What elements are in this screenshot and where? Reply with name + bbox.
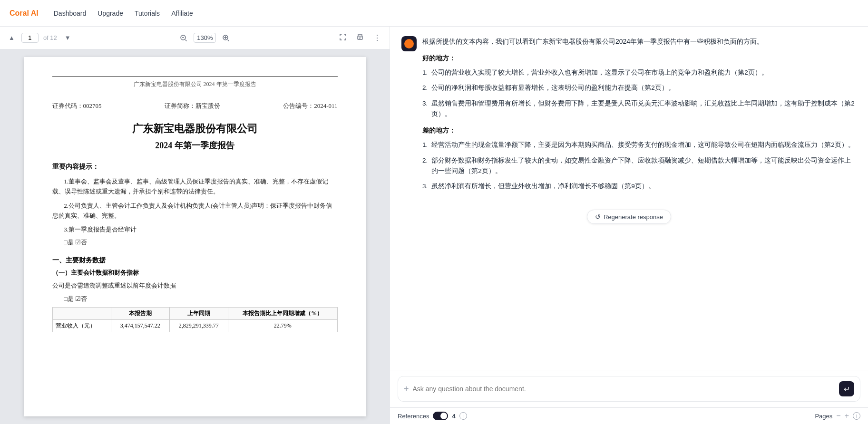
table-cell-current: 3,474,157,547.22: [111, 319, 169, 332]
message-intro: 根据所提供的文本内容，我们可以看到广东新宝电器股份有限公司2024年第一季度报告…: [422, 36, 857, 47]
pages-info-icon[interactable]: i: [853, 412, 860, 420]
regenerate-area: ↺ Regenerate response: [401, 206, 857, 228]
nav-tutorials[interactable]: Tutorials: [135, 10, 160, 17]
zoom-out-button[interactable]: [177, 33, 190, 43]
pdf-meta-code: 证券代码：002705: [52, 102, 102, 110]
pages-minus-button[interactable]: −: [836, 412, 840, 420]
nav-upgrade[interactable]: Upgrade: [98, 10, 123, 17]
ai-message: 根据所提供的文本内容，我们可以看到广东新宝电器股份有限公司2024年第一季度报告…: [401, 36, 857, 196]
bad-items-list: 1. 经营活动产生的现金流量净额下降，主要是因为本期购买商品、接受劳务支付的现金…: [422, 140, 857, 192]
bad-item-2: 部分财务数据和财务指标发生了较大的变动，如交易性金融资产下降、应收款项融资减少、…: [431, 155, 857, 177]
bad-section-title: 差的地方：: [422, 125, 857, 136]
good-item-2: 公司的净利润和每股收益都有显著增长，这表明公司的盈利能力在提高（第2页）。: [431, 83, 675, 93]
list-item: 2. 部分财务数据和财务指标发生了较大的变动，如交易性金融资产下降、应收款项融资…: [422, 155, 857, 177]
pdf-content: 广东新宝电器股份有限公司 2024 年第一季度报告 证券代码：002705 证券…: [0, 49, 390, 424]
list-item: 2. 公司的净利润和每股收益都有显著增长，这表明公司的盈利能力在提高（第2页）。: [422, 83, 857, 93]
pdf-table-note: 公司是否需追溯调整或重述以前年度会计数据: [52, 281, 338, 291]
nav-dashboard[interactable]: Dashboard: [54, 10, 87, 17]
bad-item-3: 虽然净利润有所增长，但营业外收出增加，净利润增长不够稳固（第9页）。: [431, 181, 655, 192]
good-items-list: 1. 公司的营业收入实现了较大增长，营业外收入也有所增加，这显示了公司在市场上的…: [422, 67, 857, 119]
pages-section: Pages − + i: [815, 412, 860, 420]
chat-input[interactable]: [413, 385, 835, 393]
table-header-2: 上年同期: [169, 307, 228, 319]
top-nav: Coral AI Dashboard Upgrade Tutorials Aff…: [0, 0, 868, 27]
table-header-3: 本报告期比上年同期增减（%）: [228, 307, 337, 319]
zoom-in-button[interactable]: [220, 33, 232, 43]
ref-count: 4: [452, 413, 455, 420]
chat-area: 根据所提供的文本内容，我们可以看到广东新宝电器股份有限公司2024年第一季度报告…: [390, 27, 868, 370]
prev-page-button[interactable]: ▲: [6, 32, 18, 43]
more-options-button[interactable]: ⋮: [371, 31, 384, 44]
pdf-para1: 1.董事会、监事会及董事、监事、高级管理人员保证季度报告的真实、准确、完整，不存…: [52, 177, 338, 197]
pdf-meta-abbr: 证券简称：新宝股份: [165, 102, 220, 110]
toggle-knob: [440, 413, 447, 419]
chat-input-area: + ↵: [390, 370, 868, 407]
pages-label: Pages: [815, 413, 832, 420]
fullscreen-button[interactable]: [336, 31, 350, 45]
pdf-para2: 2.公司负责人、主管会计工作负责人及会计机构负责人(会计主管人员)声明：保证季度…: [52, 201, 338, 222]
good-section-title: 好的地方：: [422, 53, 857, 64]
references-label: References: [398, 413, 429, 420]
nav-affiliate[interactable]: Affiliate: [171, 10, 193, 17]
pdf-checkbox1: □是 ☑否: [64, 239, 338, 247]
pdf-section1: 一、主要财务数据: [52, 256, 338, 265]
ai-avatar: [401, 36, 417, 51]
good-item-3: 虽然销售费用和管理费用有所增长，但财务费用下降，主要是受人民币兑美元汇率波动影响…: [431, 98, 857, 120]
zoom-level[interactable]: 130%: [194, 33, 216, 43]
references-info-icon[interactable]: i: [459, 412, 467, 420]
pdf-header: 广东新宝电器股份有限公司 2024 年第一季度报告: [52, 76, 338, 92]
page-separator: of 12: [43, 34, 57, 41]
pdf-important-title: 重要内容提示：: [52, 163, 338, 171]
table-cell-change: 22.79%: [228, 319, 337, 332]
next-page-button[interactable]: ▼: [62, 32, 74, 43]
print-button[interactable]: [353, 31, 367, 45]
attach-button[interactable]: +: [404, 385, 409, 393]
pdf-sub1: （一）主要会计数据和财务指标: [52, 269, 338, 277]
pdf-title-sub: 2024 年第一季度报告: [52, 140, 338, 151]
main-area: ▲ of 12 ▼ 130% ⋮ 广东新宝电器股份有限公司 20: [0, 27, 868, 424]
references-section: References 4 i: [398, 412, 467, 420]
svg-rect-9: [359, 39, 361, 39]
svg-line-6: [228, 40, 229, 41]
good-item-1: 公司的营业收入实现了较大增长，营业外收入也有所增加，这显示了公司在市场上的竞争力…: [431, 67, 768, 78]
pdf-panel: ▲ of 12 ▼ 130% ⋮ 广东新宝电器股份有限公司 20: [0, 27, 390, 424]
pdf-meta-announce: 公告编号：2024-011: [283, 102, 337, 110]
table-header-1: 本报告期: [111, 307, 169, 319]
table-cell-prev: 2,829,291,339.77: [169, 319, 228, 332]
pdf-para3: 3.第一季度报告是否经审计: [52, 225, 338, 235]
list-item: 1. 经营活动产生的现金流量净额下降，主要是因为本期购买商品、接受劳务支付的现金…: [422, 140, 857, 150]
table-cell-label: 营业收入（元）: [52, 319, 111, 332]
input-box: + ↵: [398, 376, 860, 402]
pdf-meta: 证券代码：002705 证券简称：新宝股份 公告编号：2024-011: [52, 102, 338, 110]
regenerate-icon: ↺: [595, 213, 601, 221]
svg-rect-8: [359, 38, 361, 38]
message-content: 根据所提供的文本内容，我们可以看到广东新宝电器股份有限公司2024年第一季度报告…: [422, 36, 857, 196]
regenerate-label: Regenerate response: [604, 213, 663, 221]
right-panel: 根据所提供的文本内容，我们可以看到广东新宝电器股份有限公司2024年第一季度报告…: [390, 27, 868, 424]
references-toggle[interactable]: [433, 412, 448, 420]
avatar-icon: [404, 39, 414, 48]
logo: Coral AI: [10, 9, 39, 18]
list-item: 3. 虽然销售费用和管理费用有所增长，但财务费用下降，主要是受人民币兑美元汇率波…: [422, 98, 857, 120]
svg-line-2: [185, 40, 186, 41]
pages-plus-button[interactable]: +: [845, 412, 849, 420]
pdf-financial-table: 本报告期 上年同期 本报告期比上年同期增减（%） 营业收入（元） 3,474,1…: [52, 307, 338, 332]
pdf-title-main: 广东新宝电器股份有限公司: [52, 122, 338, 136]
pdf-page: 广东新宝电器股份有限公司 2024 年第一季度报告 证券代码：002705 证券…: [24, 57, 366, 416]
table-row: 营业收入（元） 3,474,157,547.22 2,829,291,339.7…: [52, 319, 337, 332]
send-button[interactable]: ↵: [839, 381, 854, 396]
regenerate-button[interactable]: ↺ Regenerate response: [587, 210, 671, 224]
list-item: 3. 虽然净利润有所增长，但营业外收出增加，净利润增长不够稳固（第9页）。: [422, 181, 857, 192]
page-number-input[interactable]: [21, 33, 39, 43]
table-header-0: [52, 307, 111, 319]
bottom-bar: References 4 i Pages − + i: [390, 407, 868, 424]
list-item: 1. 公司的营业收入实现了较大增长，营业外收入也有所增加，这显示了公司在市场上的…: [422, 67, 857, 78]
bad-item-1: 经营活动产生的现金流量净额下降，主要是因为本期购买商品、接受劳务支付的现金增加，…: [431, 140, 855, 150]
pdf-toolbar: ▲ of 12 ▼ 130% ⋮: [0, 27, 390, 49]
pdf-checkbox2: □是 ☑否: [64, 295, 338, 303]
